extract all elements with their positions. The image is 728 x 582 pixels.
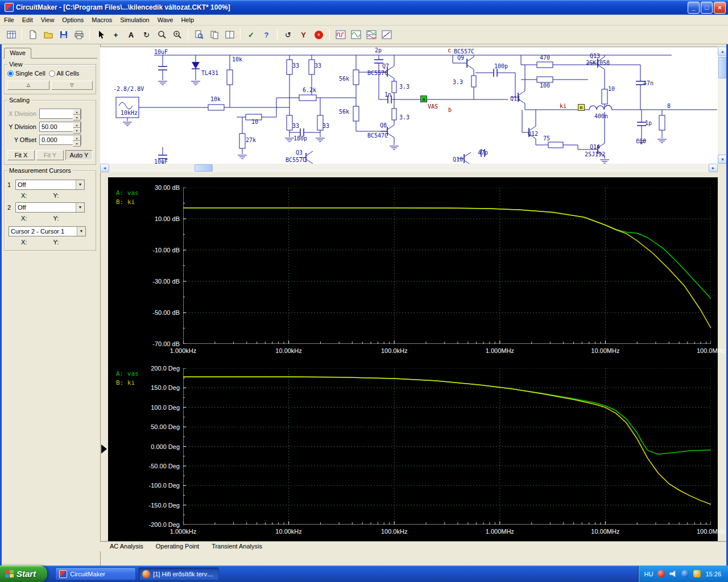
spin-down-icon[interactable]: ▾: [73, 128, 81, 134]
taskbar-task-browser[interactable]: [1] Hifi erősítők terve...: [138, 567, 219, 580]
x-tick-label: 1.000MHz: [480, 528, 520, 535]
split-window-icon[interactable]: [222, 28, 237, 42]
stop-simulation-icon[interactable]: ×: [312, 28, 326, 42]
restore-button[interactable]: □: [701, 2, 713, 14]
y-tick-label: -50.00 Deg: [108, 463, 180, 469]
split-scope-icon[interactable]: [364, 28, 378, 42]
wire-tool-icon[interactable]: +: [109, 28, 123, 42]
y-offset-spinner[interactable]: ▴▾: [73, 135, 81, 144]
print-icon[interactable]: [72, 28, 86, 42]
cell-down-button[interactable]: ▽: [51, 81, 93, 90]
scroll-right-icon[interactable]: ►: [709, 164, 718, 172]
run-simulation-icon[interactable]: ✓: [244, 28, 258, 42]
menu-options[interactable]: Options: [58, 15, 88, 24]
language-indicator[interactable]: HU: [644, 571, 653, 577]
xy-scope-icon[interactable]: [379, 28, 394, 42]
measurement-cursors-group: Measurement Cursors 1 Off ▼ X: Y: 2 Off …: [4, 171, 96, 251]
menu-wave[interactable]: Wave: [154, 15, 177, 24]
spin-down-icon[interactable]: ▾: [73, 115, 81, 120]
cell-up-button[interactable]: △: [7, 81, 49, 90]
tab-operating-point[interactable]: Operating Point: [148, 542, 206, 551]
y-tick-label: -10.00 dB: [108, 247, 180, 253]
zoom-select-icon[interactable]: [170, 28, 184, 42]
menu-bar: File Edit View Options Macros Simulation…: [0, 15, 728, 26]
spin-down-icon[interactable]: ▾: [73, 141, 81, 147]
reset-simulation-icon[interactable]: ↺: [281, 28, 295, 42]
toolbar-separator: [240, 28, 241, 41]
scroll-left-icon[interactable]: ◄: [100, 164, 109, 172]
schematic-horizontal-scrollbar[interactable]: ◄ ►: [100, 164, 718, 172]
y-division-input[interactable]: 50.00 ▴▾: [39, 122, 81, 132]
open-file-icon[interactable]: [41, 28, 55, 42]
multi-page-icon[interactable]: [207, 28, 221, 42]
zoom-tool-icon[interactable]: [155, 28, 169, 42]
menu-simulation[interactable]: Simulation: [116, 15, 153, 24]
component-label: Q8: [380, 122, 387, 128]
analog-scope-icon[interactable]: [349, 28, 363, 42]
all-cells-radio[interactable]: [49, 70, 55, 77]
menu-view[interactable]: View: [37, 15, 59, 24]
new-file-icon[interactable]: [26, 28, 40, 42]
tab-ac-analysis[interactable]: AC Analysis: [102, 542, 151, 551]
x-tick-label: 100.0MHz: [691, 528, 728, 535]
fit-x-button[interactable]: Fit X: [7, 150, 35, 160]
probe-tool-icon[interactable]: Y: [296, 28, 311, 42]
x-division-spinner[interactable]: ▴▾: [73, 109, 81, 118]
cursor1-select[interactable]: Off ▼: [15, 180, 85, 190]
digital-scope-icon[interactable]: [333, 28, 348, 42]
pane-splitter-handle[interactable]: [101, 444, 107, 454]
vertical-scroll-thumb[interactable]: [718, 57, 727, 78]
select-tool-icon[interactable]: [93, 28, 107, 42]
save-icon[interactable]: [56, 28, 71, 42]
spin-up-icon[interactable]: ▴: [73, 122, 81, 128]
spin-up-icon[interactable]: ▴: [73, 109, 81, 115]
single-cell-radio[interactable]: [7, 70, 14, 77]
text-tool-icon[interactable]: A: [124, 28, 138, 42]
part-browser-icon[interactable]: [4, 28, 18, 42]
chevron-down-icon: ▼: [76, 203, 84, 212]
close-button[interactable]: ×: [714, 2, 726, 14]
toolbar-separator: [188, 28, 188, 41]
help-icon[interactable]: ?: [259, 28, 274, 42]
start-button[interactable]: Start: [0, 566, 47, 582]
schematic-viewport[interactable]: 10uFTL43110k33332pQ7BC557C56k3.31nVAS3.3…: [100, 47, 718, 164]
menu-edit[interactable]: Edit: [18, 15, 37, 24]
minimize-button[interactable]: _: [688, 2, 700, 14]
rotate-tool-icon[interactable]: ↻: [139, 28, 154, 42]
y-offset-input[interactable]: 0.000 ▴▾: [39, 135, 81, 145]
clock[interactable]: 15:26: [705, 571, 721, 577]
title-bar[interactable]: CircuitMaker - [C:\Program Files\...\kil…: [0, 0, 728, 15]
probe-marker[interactable]: a: [420, 95, 427, 102]
view-group-label: View: [7, 61, 24, 68]
menu-file[interactable]: File: [0, 15, 18, 24]
y-tick-label: 50.00 Deg: [108, 423, 180, 430]
component-label: 3.3: [399, 114, 410, 120]
menu-macros[interactable]: Macros: [88, 15, 116, 24]
cursor2-select[interactable]: Off ▼: [15, 202, 85, 213]
menu-help[interactable]: Help: [177, 15, 198, 24]
spin-up-icon[interactable]: ▴: [73, 135, 81, 141]
component-label: Q12: [528, 131, 538, 137]
auto-y-button[interactable]: Auto Y: [65, 150, 93, 160]
component-label: 1n: [384, 92, 391, 98]
component-label: 47p: [478, 149, 488, 156]
x-division-input[interactable]: ▴▾: [39, 109, 81, 119]
component-label: 3.3: [399, 84, 410, 90]
y-division-spinner[interactable]: ▴▾: [73, 122, 81, 131]
y-tick-label: -100.0 Deg: [108, 482, 180, 489]
tab-wave[interactable]: Wave: [4, 48, 31, 59]
waveform-panel[interactable]: A: vasB: ki A: vasB: ki 30.00 dB10.00 dB…: [108, 177, 718, 541]
tab-transient-analysis[interactable]: Transient Analysis: [204, 542, 270, 551]
volume-icon[interactable]: [669, 570, 677, 577]
updates-icon[interactable]: [693, 570, 701, 577]
fit-y-button[interactable]: Fit Y: [36, 150, 64, 160]
probe-marker[interactable]: B: [578, 104, 585, 111]
find-part-icon[interactable]: [192, 28, 206, 42]
security-center-icon[interactable]: [657, 570, 665, 577]
taskbar-task-circuitmaker[interactable]: CircuitMaker: [55, 567, 136, 580]
horizontal-scroll-thumb[interactable]: [195, 164, 213, 172]
messenger-icon[interactable]: [681, 570, 689, 577]
component-label: 1p: [645, 120, 652, 126]
view-group: View Single Cell All Cells △ ▽: [4, 64, 96, 94]
cursor-diff-select[interactable]: Cursor 2 - Cursor 1 ▼: [9, 226, 86, 236]
